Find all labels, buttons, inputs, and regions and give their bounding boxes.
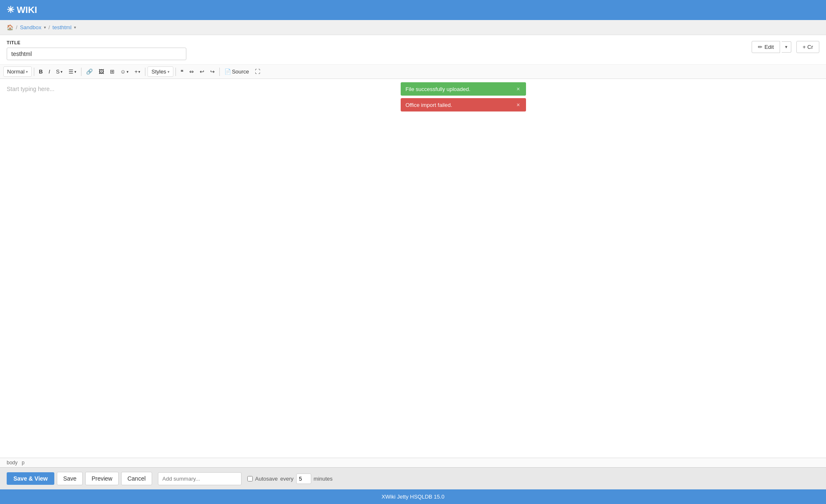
emoji-arrow: ▾	[127, 70, 129, 74]
italic-button[interactable]: I	[46, 67, 53, 76]
autosave-minutes: minutes	[314, 476, 333, 482]
strikethrough-arrow: ▾	[61, 70, 63, 74]
logo-text: WIKI	[17, 5, 37, 15]
logo-star-icon: ✳	[7, 5, 14, 15]
main-content: TITLE ✏ Edit ▾ + Cr Normal ▾ B I S ▾ ☰	[0, 35, 826, 467]
autosave-number[interactable]	[296, 474, 311, 484]
editor-toolbar: Normal ▾ B I S ▾ ☰ ▾ 🔗 🖼 ⊞ ☺ ▾ + ▾ Style…	[0, 65, 826, 79]
preview-button[interactable]: Preview	[85, 472, 119, 485]
styles-dropdown[interactable]: Styles ▾	[147, 66, 173, 77]
title-label: TITLE	[7, 40, 752, 45]
redo-button[interactable]: ↪	[208, 67, 217, 76]
edit-button[interactable]: ✏ Edit	[752, 41, 780, 53]
styles-arrow: ▾	[168, 70, 170, 74]
notification-error-text: Office import failed.	[406, 102, 452, 108]
breadcrumb-sandbox[interactable]: Sandbox	[20, 24, 41, 30]
source-icon: 📄	[224, 68, 231, 75]
title-section: TITLE ✏ Edit ▾ + Cr	[0, 35, 826, 65]
source-button[interactable]: 📄 Source	[222, 67, 252, 76]
breadcrumb-sep2: /	[48, 24, 50, 30]
breadcrumb-sep1: /	[16, 24, 18, 30]
notification-error-close[interactable]: ×	[516, 101, 521, 108]
edit-icon: ✏	[758, 44, 762, 50]
autosave-checkbox[interactable]	[247, 476, 253, 481]
fullscreen-button[interactable]: ⛶	[252, 67, 263, 76]
divider-4	[175, 68, 176, 76]
breadcrumb-dropdown-testhtml[interactable]: ▾	[74, 25, 76, 30]
list-arrow: ▾	[74, 70, 76, 74]
autosave-every: every	[280, 476, 294, 482]
autosave-section: Autosave every minutes	[247, 474, 333, 484]
page-footer: XWiki Jetty HSQLDB 15.0	[0, 489, 826, 504]
divider-5	[219, 68, 220, 76]
footer-toolbar: Save & View Save Preview Cancel Autosave…	[0, 467, 826, 489]
bold-button[interactable]: B	[36, 67, 45, 76]
notification-container: File successfully uploaded. × Office imp…	[401, 82, 526, 111]
status-p: p	[22, 460, 25, 466]
edit-dropdown-button[interactable]: ▾	[782, 41, 791, 53]
notification-error: Office import failed. ×	[401, 98, 526, 111]
save-view-button[interactable]: Save & View	[7, 472, 54, 485]
breadcrumb-dropdown-sandbox[interactable]: ▾	[44, 25, 46, 30]
cancel-button[interactable]: Cancel	[121, 472, 152, 485]
divider-2	[81, 68, 81, 76]
undo-button[interactable]: ↩	[197, 67, 207, 76]
editor-area[interactable]: Start typing here... File successfully u…	[0, 79, 826, 458]
notification-success: File successfully uploaded. ×	[401, 82, 526, 96]
divider-3	[145, 68, 145, 76]
notification-success-close[interactable]: ×	[516, 86, 521, 92]
strikethrough-button[interactable]: S ▾	[53, 67, 65, 76]
summary-input[interactable]	[158, 472, 241, 485]
title-left: TITLE	[7, 40, 752, 60]
header: ✳ WIKI	[0, 0, 826, 20]
logo[interactable]: ✳ WIKI	[7, 5, 37, 15]
breadcrumb: 🏠 / Sandbox ▾ / testhtml ▾	[0, 20, 826, 35]
paragraph-format-arrow: ▾	[26, 70, 28, 74]
add-button[interactable]: + ▾	[132, 67, 143, 76]
create-button[interactable]: + Cr	[796, 41, 819, 53]
notification-success-text: File successfully uploaded.	[406, 86, 470, 92]
paragraph-format-dropdown[interactable]: Normal ▾	[3, 66, 32, 77]
editor-placeholder: Start typing here...	[7, 86, 54, 92]
home-icon[interactable]: 🏠	[7, 24, 13, 30]
status-body: body	[7, 460, 18, 466]
list-button[interactable]: ☰ ▾	[66, 67, 79, 76]
breadcrumb-testhtml[interactable]: testhtml	[53, 24, 72, 30]
status-bar: body p	[0, 458, 826, 467]
blockquote-button[interactable]: ❝	[178, 67, 186, 76]
link-button[interactable]: 🔗	[84, 67, 95, 76]
page-footer-text: XWiki Jetty HSQLDB 15.0	[381, 494, 444, 500]
table-button[interactable]: ⊞	[107, 67, 117, 76]
save-button[interactable]: Save	[57, 472, 83, 485]
autosave-label: Autosave	[255, 476, 278, 482]
emoji-button[interactable]: ☺ ▾	[118, 67, 131, 76]
title-right: ✏ Edit ▾ + Cr	[752, 41, 819, 53]
image-button[interactable]: 🖼	[96, 67, 107, 76]
title-input[interactable]	[7, 48, 186, 60]
macro-button[interactable]: ⇔	[187, 67, 196, 76]
add-arrow: ▾	[138, 70, 140, 74]
divider-1	[34, 68, 34, 76]
